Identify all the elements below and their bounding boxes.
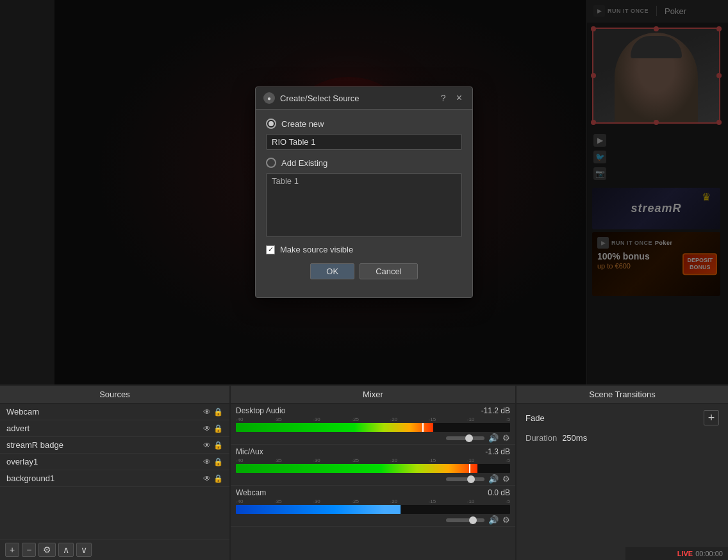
desktop-audio-volume-thumb bbox=[465, 434, 473, 442]
add-existing-label: Add Existing bbox=[281, 158, 327, 168]
mic-aux-volume-thumb bbox=[467, 475, 475, 483]
source-item-icons: 👁 🔒 bbox=[203, 408, 223, 416]
source-visibility-icon[interactable]: 👁 bbox=[203, 441, 211, 450]
webcam-audio-level bbox=[236, 505, 401, 514]
remove-source-button[interactable]: − bbox=[22, 543, 36, 557]
webcam-audio-db: 0.0 dB bbox=[488, 488, 510, 497]
duration-label: Duration bbox=[525, 433, 557, 443]
make-visible-row: Make source visible bbox=[266, 245, 462, 254]
dialog-titlebar: ● Create/Select Source ? × bbox=[256, 87, 472, 110]
mic-aux-volume-slider[interactable] bbox=[446, 477, 484, 481]
mixer-item-webcam-header: Webcam 0.0 dB bbox=[236, 488, 510, 497]
mic-aux-controls: 🔊 ⚙ bbox=[236, 474, 510, 484]
mixer-list: Desktop Audio -11.2 dB -40-35-30-25-20-1… bbox=[231, 404, 515, 560]
desktop-audio-volume-slider[interactable] bbox=[446, 436, 484, 440]
ok-button[interactable]: OK bbox=[310, 263, 354, 279]
dialog-title: Create/Select Source bbox=[280, 94, 433, 103]
webcam-audio-volume-thumb bbox=[469, 516, 477, 524]
mic-aux-mute-button[interactable]: 🔊 bbox=[488, 474, 499, 484]
sources-header: Sources bbox=[0, 386, 229, 404]
add-existing-row: Add Existing bbox=[266, 158, 462, 168]
source-visibility-icon[interactable]: 👁 bbox=[203, 457, 211, 466]
source-item-name: overlay1 bbox=[6, 457, 199, 466]
source-item: advert 👁 🔒 bbox=[0, 420, 229, 437]
create-select-source-dialog: ● Create/Select Source ? × Create new Ad… bbox=[255, 86, 473, 298]
source-lock-icon[interactable]: 🔒 bbox=[213, 408, 223, 416]
dialog-footer: OK Cancel bbox=[266, 263, 462, 288]
create-new-radio[interactable] bbox=[266, 119, 276, 129]
desktop-audio-mute-button[interactable]: 🔊 bbox=[488, 433, 499, 443]
source-item-icons: 👁 🔒 bbox=[203, 424, 223, 433]
make-visible-label: Make source visible bbox=[280, 245, 353, 254]
mic-aux-level bbox=[236, 464, 477, 473]
source-lock-icon[interactable]: 🔒 bbox=[213, 474, 223, 483]
make-visible-checkbox[interactable] bbox=[266, 245, 275, 254]
source-item-icons: 👁 🔒 bbox=[203, 474, 223, 483]
existing-item-table1[interactable]: Table 1 bbox=[267, 174, 461, 188]
mixer-panel: Mixer Desktop Audio -11.2 dB -40-35-30-2… bbox=[231, 386, 517, 560]
source-visibility-icon[interactable]: 👁 bbox=[203, 424, 211, 433]
source-visibility-icon[interactable]: 👁 bbox=[203, 408, 211, 416]
stream-time: 00:00:00 bbox=[695, 550, 723, 557]
source-item-icons: 👁 🔒 bbox=[203, 457, 223, 466]
dialog-close-button[interactable]: × bbox=[454, 92, 465, 104]
sources-list: Webcam 👁 🔒 advert 👁 🔒 streamR badge 👁 🔒 … bbox=[0, 404, 229, 539]
source-item: overlay1 👁 🔒 bbox=[0, 454, 229, 470]
mixer-item-mic-aux: Mic/Aux -1.3 dB -40-35-30-25-20-15-10-5 … bbox=[231, 445, 515, 486]
desktop-audio-controls: 🔊 ⚙ bbox=[236, 433, 510, 443]
move-source-down-button[interactable]: ∨ bbox=[76, 543, 92, 557]
source-lock-icon[interactable]: 🔒 bbox=[213, 457, 223, 466]
transitions-header: Scene Transitions bbox=[517, 386, 728, 404]
source-name-input[interactable] bbox=[266, 134, 462, 150]
source-item: Webcam 👁 🔒 bbox=[0, 404, 229, 420]
cancel-button[interactable]: Cancel bbox=[360, 263, 417, 279]
sources-panel: Sources Webcam 👁 🔒 advert 👁 🔒 streamR ba… bbox=[0, 386, 231, 560]
source-item-icons: 👁 🔒 bbox=[203, 441, 223, 450]
desktop-audio-scale: -40-35-30-25-20-15-10-5 bbox=[236, 416, 510, 422]
desktop-audio-db: -11.2 dB bbox=[481, 406, 510, 415]
mic-aux-scale: -40-35-30-25-20-15-10-5 bbox=[236, 457, 510, 463]
source-lock-icon[interactable]: 🔒 bbox=[213, 441, 223, 450]
webcam-audio-settings-button[interactable]: ⚙ bbox=[502, 515, 510, 525]
source-settings-button[interactable]: ⚙ bbox=[38, 543, 56, 557]
source-item-name: Webcam bbox=[6, 407, 199, 416]
source-item: background1 👁 🔒 bbox=[0, 470, 229, 487]
dialog-body: Create new Add Existing Table 1 Make sou… bbox=[256, 110, 472, 297]
create-new-row: Create new bbox=[266, 119, 462, 129]
bottom-panels: Sources Webcam 👁 🔒 advert 👁 🔒 streamR ba… bbox=[0, 384, 728, 560]
mic-aux-name: Mic/Aux bbox=[236, 447, 263, 456]
source-item-name: background1 bbox=[6, 474, 199, 483]
live-indicator: LIVE bbox=[677, 550, 693, 557]
webcam-audio-mute-button[interactable]: 🔊 bbox=[488, 515, 499, 525]
dialog-logo-icon: ● bbox=[263, 92, 275, 104]
source-visibility-icon[interactable]: 👁 bbox=[203, 474, 211, 483]
mic-aux-meter bbox=[236, 464, 510, 473]
source-lock-icon[interactable]: 🔒 bbox=[213, 424, 223, 433]
mic-aux-db: -1.3 dB bbox=[485, 447, 510, 456]
create-new-label: Create new bbox=[281, 119, 324, 129]
statusbar: LIVE 00:00:00 bbox=[625, 547, 728, 560]
desktop-audio-peak bbox=[422, 423, 424, 432]
mixer-item-desktop-audio: Desktop Audio -11.2 dB -40-35-30-25-20-1… bbox=[231, 404, 515, 445]
desktop-audio-level bbox=[236, 423, 433, 432]
desktop-audio-name: Desktop Audio bbox=[236, 406, 285, 415]
webcam-audio-meter bbox=[236, 505, 510, 514]
mic-aux-settings-button[interactable]: ⚙ bbox=[502, 474, 510, 484]
desktop-audio-settings-button[interactable]: ⚙ bbox=[502, 433, 510, 443]
transitions-panel: Scene Transitions Fade + Duration 250ms bbox=[517, 386, 728, 560]
add-transition-button[interactable]: + bbox=[704, 410, 719, 425]
webcam-audio-scale: -40-35-30-25-20-15-10-5 bbox=[236, 498, 510, 504]
mixer-header: Mixer bbox=[231, 386, 515, 404]
dialog-help-button[interactable]: ? bbox=[438, 93, 449, 103]
transition-content: Fade + Duration 250ms bbox=[517, 404, 728, 449]
mixer-item-mic-aux-header: Mic/Aux -1.3 dB bbox=[236, 447, 510, 456]
source-item-name: advert bbox=[6, 424, 199, 433]
source-item-name: streamR badge bbox=[6, 440, 199, 450]
existing-sources-list[interactable]: Table 1 bbox=[266, 173, 462, 237]
add-source-button[interactable]: + bbox=[5, 543, 19, 557]
modal-overlay: ● Create/Select Source ? × Create new Ad… bbox=[0, 0, 728, 384]
webcam-audio-volume-slider[interactable] bbox=[446, 518, 484, 522]
add-existing-radio[interactable] bbox=[266, 158, 276, 168]
duration-value: 250ms bbox=[562, 433, 587, 443]
move-source-up-button[interactable]: ∧ bbox=[58, 543, 74, 557]
